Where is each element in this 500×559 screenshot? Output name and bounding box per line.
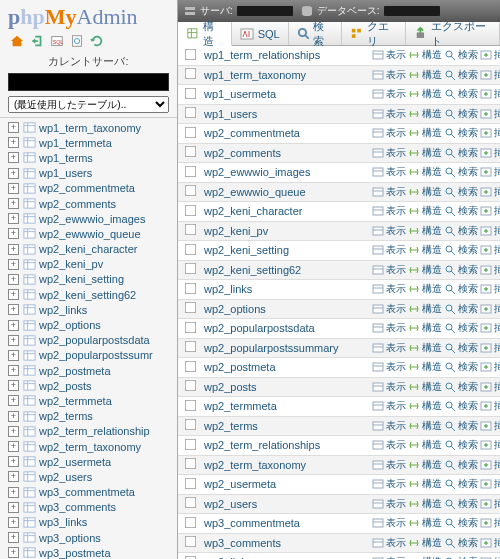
nav-table-link[interactable]: wp2_comments [39,198,116,210]
action-browse[interactable]: 表示 [372,497,406,511]
nav-tree-item[interactable]: +wp2_keni_setting [0,272,177,287]
row-checkbox[interactable] [184,87,196,99]
table-link[interactable]: wp2_links [204,283,252,295]
nav-table-link[interactable]: wp1_termmeta [39,137,112,149]
tab-sql[interactable]: SQL [232,22,289,45]
expand-icon[interactable]: + [8,365,19,376]
action-insert[interactable]: 挿 [480,497,500,511]
action-search[interactable]: 検索 [444,536,478,550]
action-browse[interactable]: 表示 [372,536,406,550]
action-insert[interactable]: 挿 [480,302,500,316]
nav-tree-item[interactable]: +wp1_termmeta [0,135,177,150]
action-insert[interactable]: 挿 [480,126,500,140]
action-search[interactable]: 検索 [444,360,478,374]
logo[interactable]: phpMyAdmin [0,0,177,32]
action-insert[interactable]: 挿 [480,243,500,257]
action-insert[interactable]: 挿 [480,165,500,179]
action-insert[interactable]: 挿 [480,204,500,218]
nav-table-link[interactable]: wp2_links [39,304,87,316]
action-browse[interactable]: 表示 [372,243,406,257]
row-checkbox[interactable] [184,380,196,392]
sql-icon[interactable]: SQL [50,34,64,48]
action-browse[interactable]: 表示 [372,477,406,491]
nav-tree-item[interactable]: +wp2_options [0,317,177,332]
action-structure[interactable]: 構造 [408,126,442,140]
nav-table-link[interactable]: wp2_popularpostssumr [39,349,153,361]
action-browse[interactable]: 表示 [372,146,406,160]
nav-table-link[interactable]: wp2_keni_setting62 [39,289,136,301]
action-structure[interactable]: 構造 [408,438,442,452]
action-structure[interactable]: 構造 [408,263,442,277]
nav-tree-item[interactable]: +wp2_users [0,469,177,484]
table-link[interactable]: wp2_term_relationships [204,439,320,451]
nav-tree-item[interactable]: +wp2_keni_pv [0,257,177,272]
table-link[interactable]: wp2_ewwwio_queue [204,186,306,198]
docs-icon[interactable] [70,34,84,48]
nav-table-link[interactable]: wp3_commentmeta [39,486,135,498]
action-browse[interactable]: 表示 [372,185,406,199]
action-search[interactable]: 検索 [444,419,478,433]
action-search[interactable]: 検索 [444,321,478,335]
table-link[interactable]: wp3_comments [204,537,281,549]
row-checkbox[interactable] [184,321,196,333]
action-structure[interactable]: 構造 [408,204,442,218]
action-insert[interactable]: 挿 [480,536,500,550]
nav-tree-item[interactable]: +wp2_keni_character [0,242,177,257]
server-select[interactable] [8,73,169,91]
expand-icon[interactable]: + [8,547,19,558]
nav-tree-item[interactable]: +wp2_commentmeta [0,181,177,196]
action-search[interactable]: 検索 [444,224,478,238]
action-search[interactable]: 検索 [444,204,478,218]
expand-icon[interactable]: + [8,532,19,543]
tab-export[interactable]: エクスポート [406,22,500,45]
nav-tree-item[interactable]: +wp2_links [0,302,177,317]
expand-icon[interactable]: + [8,137,19,148]
nav-table-link[interactable]: wp2_commentmeta [39,182,135,194]
action-insert[interactable]: 挿 [480,321,500,335]
action-browse[interactable]: 表示 [372,380,406,394]
table-link[interactable]: wp2_popularpostsdata [204,322,315,334]
action-browse[interactable]: 表示 [372,360,406,374]
expand-icon[interactable]: + [8,259,19,270]
action-search[interactable]: 検索 [444,243,478,257]
row-checkbox[interactable] [184,438,196,450]
expand-icon[interactable]: + [8,335,19,346]
action-structure[interactable]: 構造 [408,555,442,559]
action-browse[interactable]: 表示 [372,126,406,140]
table-link[interactable]: wp3_commentmeta [204,517,300,529]
action-structure[interactable]: 構造 [408,380,442,394]
nav-table-link[interactable]: wp2_usermeta [39,456,111,468]
action-search[interactable]: 検索 [444,380,478,394]
action-insert[interactable]: 挿 [480,477,500,491]
action-browse[interactable]: 表示 [372,282,406,296]
action-insert[interactable]: 挿 [480,360,500,374]
reload-icon[interactable] [90,34,104,48]
table-link[interactable]: wp2_comments [204,147,281,159]
action-insert[interactable]: 挿 [480,263,500,277]
nav-tree-item[interactable]: +wp2_termmeta [0,393,177,408]
action-search[interactable]: 検索 [444,107,478,121]
nav-table-link[interactable]: wp2_keni_setting [39,273,124,285]
row-checkbox[interactable] [184,536,196,548]
table-link[interactable]: wp2_options [204,303,266,315]
action-search[interactable]: 検索 [444,341,478,355]
nav-table-link[interactable]: wp2_keni_character [39,243,137,255]
nav-table-link[interactable]: wp3_comments [39,501,116,513]
action-insert[interactable]: 挿 [480,516,500,530]
row-checkbox[interactable] [184,360,196,372]
nav-table-link[interactable]: wp2_posts [39,380,92,392]
table-link[interactable]: wp2_ewwwio_images [204,166,310,178]
expand-icon[interactable]: + [8,395,19,406]
action-browse[interactable]: 表示 [372,224,406,238]
nav-tree-item[interactable]: +wp2_term_taxonomy [0,439,177,454]
action-browse[interactable]: 表示 [372,438,406,452]
action-browse[interactable]: 表示 [372,87,406,101]
row-checkbox[interactable] [184,399,196,411]
action-structure[interactable]: 構造 [408,224,442,238]
action-search[interactable]: 検索 [444,497,478,511]
nav-tree-item[interactable]: +wp2_popularpostsdata [0,333,177,348]
action-insert[interactable]: 挿 [480,458,500,472]
expand-icon[interactable]: + [8,441,19,452]
nav-tree-item[interactable]: +wp3_links [0,515,177,530]
table-link[interactable]: wp2_commentmeta [204,127,300,139]
